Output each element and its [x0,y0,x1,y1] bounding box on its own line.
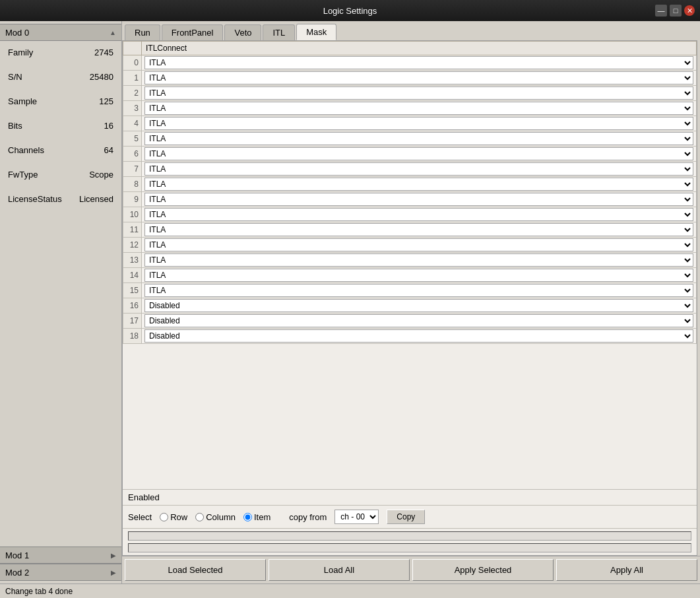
row-index: 9 [123,192,142,207]
main-container: Mod 0 ▲ Family 2745 S/N 25480 Sample 125 [0,21,700,598]
row-select[interactable]: ITLAITLBDisabled [144,253,693,267]
row-value-cell: ITLAITLBDisabled [142,314,697,329]
table-row: 10ITLAITLBDisabled [123,207,697,222]
row-select[interactable]: ITLAITLBDisabled [144,193,693,206]
row-radio-label[interactable]: Row [160,512,187,522]
row-value-cell: ITLAITLBDisabled [142,192,697,207]
row-select[interactable]: ITLAITLBDisabled [144,86,693,100]
apply-selected-button[interactable]: Apply Selected [412,559,554,581]
row-select[interactable]: ITLAITLBDisabled [144,329,693,343]
copy-from-label: copy from [289,512,327,522]
row-value-cell: ITLAITLBDisabled [142,298,697,314]
tab-frontpanel[interactable]: FrontPanel [162,24,224,40]
row-select[interactable]: ITLAITLBDisabled [144,132,693,145]
row-select[interactable]: ITLAITLBDisabled [144,284,693,297]
bits-value: 16 [104,121,113,131]
fwtype-row: FwType Scope [8,168,113,181]
table-row: 0ITLAITLBDisabled [123,55,697,71]
row-value-cell: ITLAITLBDisabled [142,71,697,86]
row-select[interactable]: ITLAITLBDisabled [144,117,693,130]
table-row: 13ITLAITLBDisabled [123,253,697,268]
column-radio[interactable] [195,513,204,521]
row-index: 1 [123,71,142,86]
channels-row: Channels 64 [8,144,113,156]
load-selected-button[interactable]: Load Selected [125,559,266,581]
table-row: 18ITLAITLBDisabled [123,329,697,344]
row-select[interactable]: ITLAITLBDisabled [144,178,693,191]
tab-itl[interactable]: ITL [263,24,295,40]
enabled-bar: Enabled [123,489,697,505]
row-select[interactable]: ITLAITLBDisabled [144,269,693,282]
row-value-cell: ITLAITLBDisabled [142,162,697,177]
row-select[interactable]: ITLAITLBDisabled [144,162,693,176]
tab-run[interactable]: Run [125,24,160,40]
table-row: 4ITLAITLBDisabled [123,116,697,131]
table-row: 15ITLAITLBDisabled [123,283,697,298]
row-select[interactable]: ITLAITLBDisabled [144,238,693,251]
progress-bar-2 [128,543,691,552]
channels-label: Channels [8,145,44,155]
row-select[interactable]: ITLAITLBDisabled [144,71,693,84]
mod0-header[interactable]: Mod 0 ▲ [0,24,121,41]
row-index: 8 [123,177,142,192]
copy-from-select[interactable]: ch - 00 ch - 01 ch - 02 ch - 03 [334,510,379,524]
mod0-label: Mod 0 [5,28,29,38]
table-row: 14ITLAITLBDisabled [123,268,697,283]
row-index: 5 [123,131,142,147]
row-select[interactable]: ITLAITLBDisabled [144,147,693,160]
bits-row: Bits 16 [8,119,113,132]
licensestatus-row: LicenseStatus Licensed [8,193,113,205]
mod2-arrow: ▶ [111,569,116,576]
fwtype-label: FwType [8,170,38,180]
mod1-header[interactable]: Mod 1 ▶ [0,547,121,564]
apply-all-button[interactable]: Apply All [556,559,697,581]
row-value-cell: ITLAITLBDisabled [142,177,697,192]
mod2-header[interactable]: Mod 2 ▶ [0,564,121,581]
table-row: 16ITLAITLBDisabled [123,298,697,314]
tab-mask[interactable]: Mask [296,24,336,40]
row-select[interactable]: ITLAITLBDisabled [144,208,693,221]
table-row: 1ITLAITLBDisabled [123,71,697,86]
row-index: 10 [123,207,142,222]
window-controls: — □ ✕ [655,5,695,17]
status-text: Change tab 4 done [5,587,73,596]
row-radio[interactable] [160,513,168,521]
table-row: 6ITLAITLBDisabled [123,147,697,162]
table-scroll[interactable]: ITLConnect 0ITLAITLBDisabled1ITLAITLBDis… [123,41,697,489]
radio-group: Row Column Item [160,512,270,522]
row-index: 16 [123,298,142,314]
table-row: 7ITLAITLBDisabled [123,162,697,177]
table-wrapper: ITLConnect 0ITLAITLBDisabled1ITLAITLBDis… [123,41,697,489]
content-area: Mod 0 ▲ Family 2745 S/N 25480 Sample 125 [0,21,700,583]
tab-veto[interactable]: Veto [224,24,261,40]
item-radio-label[interactable]: Item [243,512,270,522]
table-row: 12ITLAITLBDisabled [123,238,697,253]
row-select[interactable]: ITLAITLBDisabled [144,223,693,236]
load-all-button[interactable]: Load All [269,559,410,581]
row-value-cell: ITLAITLBDisabled [142,268,697,283]
tab-bar: Run FrontPanel Veto ITL Mask [122,21,700,40]
sidebar-info: Family 2745 S/N 25480 Sample 125 Bits 16… [0,41,121,547]
copy-button[interactable]: Copy [387,510,425,524]
table-row: 8ITLAITLBDisabled [123,177,697,192]
column-radio-label[interactable]: Column [195,512,236,522]
row-index: 17 [123,314,142,329]
item-radio[interactable] [243,513,252,521]
family-row: Family 2745 [8,46,113,59]
row-index: 18 [123,329,142,344]
close-button[interactable]: ✕ [684,5,695,16]
row-select[interactable]: ITLAITLBDisabled [144,56,693,69]
fwtype-value: Scope [89,170,113,180]
sn-row: S/N 25480 [8,71,113,83]
licensestatus-label: LicenseStatus [8,194,62,204]
row-value-cell: ITLAITLBDisabled [142,207,697,222]
row-select[interactable]: ITLAITLBDisabled [144,314,693,327]
enabled-status: Enabled [128,492,160,502]
minimize-button[interactable]: — [655,5,667,17]
row-select[interactable]: ITLAITLBDisabled [144,299,693,312]
family-value: 2745 [94,48,113,57]
row-index: 13 [123,253,142,268]
panel: ITLConnect 0ITLAITLBDisabled1ITLAITLBDis… [122,40,697,556]
row-select[interactable]: ITLAITLBDisabled [144,102,693,115]
maximize-button[interactable]: □ [670,5,682,17]
